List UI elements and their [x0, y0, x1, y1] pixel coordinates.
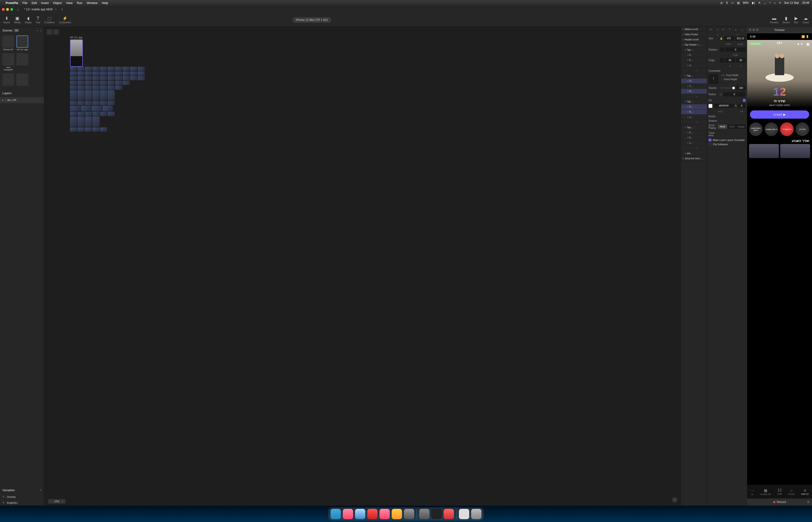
add-variable-icon[interactable]: +	[40, 488, 42, 492]
status-icon[interactable]: ◎	[720, 1, 723, 4]
layer-row[interactable]: ▸⬚ ALL HP	[0, 97, 44, 103]
menu-insert[interactable]: Insert	[41, 1, 49, 5]
fill-toggle[interactable]	[743, 99, 746, 102]
menu-edit[interactable]: Edit	[32, 1, 37, 5]
dock-app[interactable]	[380, 509, 390, 519]
phone-preview[interactable]: 8:48 📶 🔋 12+ 🕨✕ ▣ רכישת מנ 12 שידור חי ח…	[747, 33, 812, 499]
constraints-box[interactable]: T	[709, 74, 718, 84]
show-card[interactable]	[780, 144, 810, 158]
interaction-row[interactable]: ▾R...	[681, 89, 707, 94]
opacity-input[interactable]	[736, 86, 746, 90]
make-lower-touchable-checkbox[interactable]	[709, 139, 711, 141]
scene-item[interactable]	[17, 53, 28, 71]
fixed-width-icon[interactable]: ⟷	[721, 74, 724, 77]
interaction-row[interactable]: ▾Tap ...	[681, 47, 707, 53]
tab-home[interactable]: ⌂דף הבית	[801, 488, 809, 495]
zoom-in-icon[interactable]: +	[62, 500, 63, 503]
run-button[interactable]: ▶Run	[794, 16, 798, 24]
interaction-row[interactable]: ▾Tap ...	[681, 99, 707, 104]
origin-y-input[interactable]	[736, 58, 746, 62]
add-response-button[interactable]: +	[681, 68, 707, 73]
scroll-paging-control[interactable]: NoneScrollPaging	[718, 124, 746, 129]
expand-icon[interactable]: ▸	[683, 157, 684, 160]
preview-button[interactable]: ▬Preview	[770, 16, 778, 24]
home-icon[interactable]: ⌂	[17, 7, 19, 11]
interaction-row[interactable]: ▾O...	[681, 78, 707, 84]
expand-icon[interactable]: ▾	[688, 137, 688, 139]
wifi-icon[interactable]: ◡	[763, 1, 766, 4]
interaction-row[interactable]: ▾par...	[681, 151, 707, 156]
expand-icon[interactable]: ▾	[688, 106, 688, 108]
preview-maximize[interactable]	[756, 29, 758, 31]
battery-percent[interactable]: 94%	[743, 1, 749, 4]
expand-icon[interactable]: ▸	[683, 33, 684, 36]
tab-live[interactable]: 12LIVE	[777, 488, 782, 495]
interaction-row[interactable]: ▾F...	[681, 53, 707, 58]
add-response-button[interactable]: +	[681, 120, 707, 125]
close-window[interactable]	[2, 8, 5, 11]
zoom-out-icon[interactable]: −	[50, 500, 52, 503]
align-bottom-icon[interactable]: ⊥	[741, 28, 744, 32]
expand-icon[interactable]: ▾	[685, 49, 686, 51]
expand-icon[interactable]: ▾	[685, 101, 686, 103]
fixed-height-icon[interactable]: ↕	[721, 78, 722, 81]
expand-icon[interactable]: ▾	[685, 75, 686, 77]
zoom-value[interactable]: 18%	[54, 500, 59, 503]
nav-back-icon[interactable]: ←	[46, 29, 52, 35]
menu-help[interactable]: Help	[102, 1, 108, 5]
origin-grid[interactable]	[720, 58, 724, 62]
canvas[interactable]: ← → HP 12+ app − 18% + ?	[44, 27, 681, 505]
control-center-icon[interactable]: ≡	[779, 1, 781, 4]
expand-icon[interactable]: ▾	[685, 126, 686, 128]
container-button[interactable]: ⬚Container	[44, 16, 55, 24]
expand-icon[interactable]: ▾	[688, 111, 688, 113]
dock-finder[interactable]	[331, 509, 341, 519]
scene-item[interactable]	[17, 74, 28, 87]
height-input[interactable]	[735, 36, 746, 41]
record-button[interactable]: Record	[777, 500, 786, 504]
add-response-button[interactable]: +	[681, 94, 707, 99]
settings-icon[interactable]: ⚙	[807, 500, 810, 504]
artboard[interactable]: HP 12+ app	[70, 36, 83, 67]
expand-icon[interactable]: ▾	[688, 90, 688, 92]
fill-opacity-input[interactable]	[738, 104, 746, 108]
lock-icon[interactable]: 🔓	[720, 37, 723, 40]
dock-launchpad[interactable]	[343, 509, 353, 519]
text-button[interactable]: TText	[36, 16, 40, 24]
dock-safari[interactable]	[355, 509, 365, 519]
time[interactable]: 20:49	[802, 1, 809, 4]
show-card[interactable]	[749, 144, 779, 158]
align-right-icon[interactable]: ⊢	[722, 28, 726, 32]
document-tab[interactable]: * 12+ mobile app NEW ×	[22, 6, 59, 13]
width-input[interactable]	[723, 36, 734, 41]
interaction-row[interactable]: ▾F...	[681, 135, 707, 140]
expand-icon[interactable]: ▾	[688, 85, 688, 87]
tab-more[interactable]: ⋯עו	[750, 488, 754, 496]
date[interactable]: Sun 11 Sep	[784, 1, 799, 4]
component-button[interactable]: ⚡Component	[59, 16, 71, 24]
menu-object[interactable]: Object	[53, 1, 62, 5]
interaction-row[interactable]: ▸Header scroll	[681, 37, 707, 42]
status-icon[interactable]: S	[726, 1, 728, 4]
channel-circle[interactable]: הזמר במסכה II	[765, 122, 778, 136]
shape-button[interactable]: ◖Shape	[25, 16, 32, 24]
interaction-row[interactable]: ▾F...	[681, 130, 707, 135]
align-center-v-icon[interactable]: ⊥	[735, 28, 738, 32]
variable-row[interactable]: ✕AngleALL	[0, 500, 44, 505]
tab-schedule[interactable]: ▦לוח שידורים	[760, 488, 771, 496]
rotation-input[interactable]	[726, 47, 746, 52]
dock-sketch[interactable]	[392, 509, 402, 519]
spotlight-icon[interactable]: ⌕	[774, 1, 776, 4]
add-response-button[interactable]: +	[681, 146, 707, 151]
expand-icon[interactable]: ▾	[688, 59, 688, 61]
interaction-row[interactable]: ▾J...	[681, 140, 707, 146]
expand-icon[interactable]: ▸	[2, 99, 4, 102]
cast-icon[interactable]: ▣	[806, 42, 810, 46]
dock-settings[interactable]	[404, 509, 414, 519]
channel-circle[interactable]: 12 החדשות	[780, 122, 794, 136]
interaction-row[interactable]: ▾Tap ...	[681, 73, 707, 78]
menu-window[interactable]: Window	[87, 1, 98, 5]
expand-icon[interactable]: ▾	[688, 54, 688, 56]
cloud-button[interactable]: ☁Cloud	[803, 16, 809, 24]
menu-run[interactable]: Run	[77, 1, 82, 5]
